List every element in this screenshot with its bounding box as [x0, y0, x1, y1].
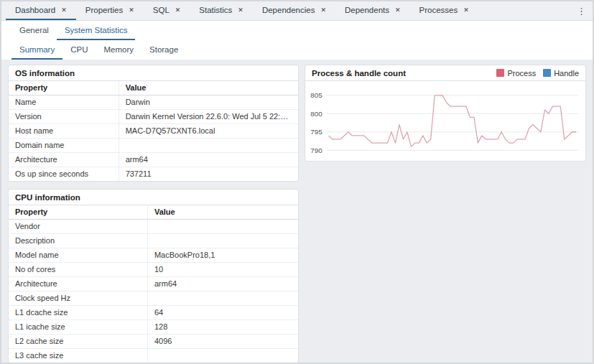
tab-memory[interactable]: Memory: [96, 40, 141, 60]
process-handle-header: Process & handle count ProcessHandle: [305, 65, 585, 81]
cpu-info-table-head: PropertyValue: [9, 205, 298, 220]
close-icon[interactable]: ✕: [61, 7, 67, 14]
close-icon[interactable]: ✕: [463, 7, 469, 14]
tab-label: Memory: [103, 45, 134, 54]
value-cell: [147, 291, 298, 306]
property-cell: No of cores: [9, 263, 147, 277]
tab-sql[interactable]: SQL✕: [144, 1, 190, 20]
close-icon[interactable]: ✕: [238, 7, 243, 14]
table-row: Architecturearm64: [9, 153, 298, 167]
main-tab-bar: Dashboard✕Properties✕SQL✕Statistics✕Depe…: [1, 1, 593, 21]
cpu-information-header: CPU information: [9, 190, 298, 205]
legend-swatch-process: [496, 69, 504, 77]
close-icon[interactable]: ✕: [320, 7, 326, 14]
tab-processes[interactable]: Processes✕: [410, 1, 478, 20]
column-header-property: Property: [9, 205, 147, 220]
table-row: Clock speed Hz: [9, 291, 298, 306]
tab-dependents[interactable]: Dependents✕: [335, 1, 410, 20]
os-info-table-body: NameDarwinVersionDarwin Kernel Version 2…: [9, 95, 298, 182]
y-tick-label-790: 790: [310, 146, 322, 154]
tab-label: Storage: [149, 45, 178, 54]
os-info-table-head: PropertyValue: [9, 81, 298, 95]
property-cell: Vendor: [9, 220, 147, 234]
y-tick-label-800: 800: [310, 110, 322, 118]
tab-storage[interactable]: Storage: [141, 40, 186, 60]
tab-dependencies[interactable]: Dependencies✕: [253, 1, 335, 20]
tab-label: Dependencies: [262, 6, 315, 14]
table-row: Model nameMacBookPro18,1: [9, 248, 298, 263]
value-cell: 10: [147, 263, 298, 277]
tab-label: CPU: [70, 45, 88, 54]
y-tick-label-795: 795: [310, 128, 322, 136]
table-row: L2 cache size4096: [9, 335, 298, 349]
tab-dashboard[interactable]: Dashboard✕: [6, 1, 76, 20]
property-cell: Model name: [9, 248, 147, 263]
os-info-table: PropertyValue NameDarwinVersionDarwin Ke…: [9, 81, 298, 181]
process-handle-panel: Process & handle count ProcessHandle 790…: [305, 65, 586, 162]
tab-label: Dashboard: [15, 6, 55, 14]
cpu-information-title: CPU information: [15, 193, 80, 202]
property-cell: Host name: [9, 124, 119, 139]
column-header-value: Value: [147, 205, 298, 220]
value-cell: MAC-D7Q57CXNT6.local: [119, 124, 298, 139]
cpu-info-table: PropertyValue VendorDescriptionModel nam…: [9, 205, 298, 363]
value-cell: 4096: [147, 335, 298, 349]
detail-tab-bar: GeneralSystem Statistics: [1, 21, 593, 40]
legend-label: Process: [507, 69, 536, 78]
table-row: NameDarwin: [9, 95, 298, 110]
table-header-row: PropertyValue: [9, 81, 298, 95]
table-row: Vendor: [9, 220, 298, 234]
property-cell: Description: [9, 234, 147, 248]
value-cell: 128: [147, 320, 298, 335]
table-header-row: PropertyValue: [9, 205, 298, 220]
property-cell: L1 icache size: [9, 320, 147, 335]
table-row: Description: [9, 234, 298, 248]
close-icon[interactable]: ✕: [129, 7, 134, 14]
column-header-property: Property: [9, 81, 119, 95]
tab-label: SQL: [153, 6, 170, 14]
tab-label: Statistics: [199, 6, 232, 14]
os-information-title: OS information: [15, 69, 75, 78]
right-column: Process & handle count ProcessHandle 790…: [305, 65, 586, 162]
property-cell: L1 dcache size: [9, 306, 147, 320]
process-handle-chart-svg: 790795800805: [305, 83, 583, 159]
property-cell: Clock speed Hz: [9, 291, 147, 306]
tab-cpu[interactable]: CPU: [62, 40, 96, 60]
tab-label: Properties: [85, 6, 123, 14]
table-row: Domain name: [9, 139, 298, 153]
property-cell: Version: [9, 110, 119, 124]
table-row: No of cores10: [9, 263, 298, 277]
tab-general[interactable]: General: [11, 21, 57, 40]
value-cell: MacBookPro18,1: [147, 248, 298, 263]
table-row: VersionDarwin Kernel Version 22.6.0: Wed…: [9, 110, 298, 124]
tab-statistics[interactable]: Statistics✕: [190, 1, 253, 20]
legend-label: Handle: [554, 69, 579, 78]
tab-properties[interactable]: Properties✕: [76, 1, 144, 20]
table-row: L1 dcache size64: [9, 306, 298, 320]
overflow-menu-icon[interactable]: ⋮: [574, 6, 589, 17]
property-cell: Domain name: [9, 139, 119, 153]
left-column: OS information PropertyValue NameDarwinV…: [8, 65, 299, 363]
value-cell: Darwin Kernel Version 22.6.0: Wed Jul 5 …: [119, 110, 298, 124]
tab-label: Processes: [419, 6, 458, 14]
value-cell: [147, 349, 298, 363]
stat-tab-bar: SummaryCPUMemoryStorage: [1, 40, 593, 60]
series-line-process: [328, 95, 576, 146]
property-cell: Os up since seconds: [9, 167, 119, 182]
tab-summary[interactable]: Summary: [11, 40, 62, 60]
table-row: Host nameMAC-D7Q57CXNT6.local: [9, 124, 298, 139]
column-header-value: Value: [119, 81, 298, 95]
tab-label: System Statistics: [65, 26, 128, 34]
os-information-header: OS information: [9, 65, 298, 81]
close-icon[interactable]: ✕: [175, 7, 181, 14]
tab-label: Summary: [19, 45, 55, 54]
tab-system-statistics[interactable]: System Statistics: [57, 21, 136, 40]
chart-legend: ProcessHandle: [496, 69, 579, 78]
property-cell: Architecture: [9, 153, 119, 167]
y-tick-label-805: 805: [310, 91, 322, 99]
tab-label: General: [19, 26, 49, 34]
close-icon[interactable]: ✕: [395, 7, 401, 14]
process-handle-title: Process & handle count: [312, 69, 406, 78]
tab-label: Dependents: [345, 6, 389, 14]
value-cell: [119, 139, 298, 153]
